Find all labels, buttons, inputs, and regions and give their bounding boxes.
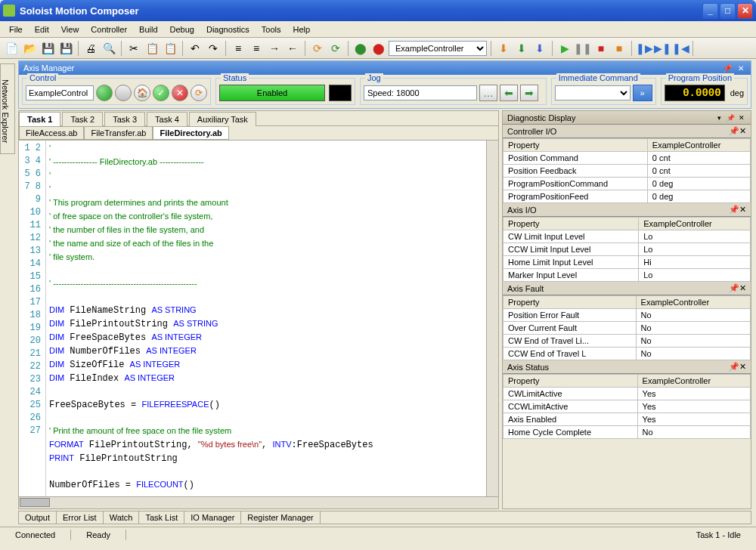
task-tab[interactable]: Task 4	[147, 112, 187, 126]
step-into-icon[interactable]: ❚▶	[636, 40, 652, 57]
diag-section-header[interactable]: Axis Status📌✕	[503, 360, 751, 374]
cut-icon[interactable]: ✂	[125, 40, 142, 57]
menu-tools[interactable]: Tools	[256, 23, 287, 36]
task-tab[interactable]: Task 3	[104, 112, 145, 126]
table-row[interactable]: Position Feedback0 cnt	[503, 165, 751, 178]
control-combo[interactable]	[26, 85, 94, 100]
bottom-tab[interactable]: Error List	[57, 511, 104, 524]
save-icon[interactable]: 💾	[39, 40, 56, 57]
close-icon[interactable]: ✕	[739, 205, 746, 215]
close-icon[interactable]: ✕	[737, 113, 746, 122]
bottom-tab[interactable]: Register Manager	[241, 511, 320, 524]
horizontal-scrollbar[interactable]	[19, 496, 498, 508]
table-row[interactable]: CW Limit Input LevelLo	[503, 230, 751, 243]
controller-combo[interactable]: ExampleController	[389, 41, 487, 56]
save-all-icon[interactable]: 💾	[57, 40, 74, 57]
close-icon[interactable]: ✕	[739, 362, 746, 372]
task-tab[interactable]: Auxiliary Task	[189, 112, 256, 126]
download-icon[interactable]: ⬇	[495, 40, 512, 57]
step-over-icon[interactable]: ▶❚	[654, 40, 671, 57]
sync-icon[interactable]: ⟳	[327, 40, 344, 57]
table-row[interactable]: CCW Limit Input LevelLo	[503, 243, 751, 256]
menu-file[interactable]: File	[3, 23, 29, 36]
step-out-icon[interactable]: ❚◀	[672, 40, 689, 57]
menu-debug[interactable]: Debug	[164, 23, 200, 36]
table-row[interactable]: CW End of Travel Li...No	[503, 335, 751, 348]
pin-icon[interactable]: 📌	[729, 205, 739, 215]
open-icon[interactable]: 📂	[21, 40, 38, 57]
jog-right-button[interactable]: ➡	[520, 85, 538, 101]
diag-section-header[interactable]: Axis I/O📌✕	[503, 203, 751, 217]
pin-icon[interactable]: 📌	[722, 63, 733, 73]
menu-build[interactable]: Build	[133, 23, 163, 36]
table-row[interactable]: Home Limit Input LevelHi	[503, 256, 751, 269]
file-tab[interactable]: FileAccess.ab	[19, 126, 84, 140]
disconnect-icon[interactable]: ⬤	[370, 40, 387, 57]
new-icon[interactable]: 📄	[3, 40, 20, 57]
outdent-icon[interactable]: ←	[284, 40, 301, 57]
jog-speed-input[interactable]	[364, 85, 477, 100]
task-tab[interactable]: Task 1	[19, 112, 60, 126]
maximize-button[interactable]: □	[720, 3, 736, 19]
comment-icon[interactable]: ≡	[230, 40, 246, 57]
paste-icon[interactable]: 📋	[162, 40, 178, 57]
preview-icon[interactable]: 🔍	[101, 40, 117, 57]
table-row[interactable]: CCW End of Travel LNo	[503, 348, 751, 360]
table-row[interactable]: Axis EnabledYes	[503, 413, 751, 426]
pin-icon[interactable]: 📌	[729, 362, 739, 372]
table-row[interactable]: ProgramPositionFeed0 deg	[503, 190, 751, 203]
build-icon[interactable]: ⬇	[531, 40, 548, 57]
code-editor[interactable]: 1 2 3 4 5 6 7 8 9 10 11 12 13 14 15 16 1…	[19, 140, 498, 496]
upload-icon[interactable]: ⬇	[513, 40, 530, 57]
jog-left-button[interactable]: ⬅	[500, 85, 518, 101]
redo-icon[interactable]: ↷	[205, 40, 222, 57]
undo-icon[interactable]: ↶	[187, 40, 203, 57]
menu-controller[interactable]: Controller	[85, 23, 133, 36]
bottom-tab[interactable]: Task List	[139, 511, 184, 524]
table-row[interactable]: CWLimitActiveYes	[503, 388, 751, 400]
bottom-tab[interactable]: IO Manager	[184, 511, 241, 524]
table-row[interactable]: Position Error FaultNo	[503, 309, 751, 322]
jog-more-button[interactable]: …	[479, 85, 497, 101]
diag-section-header[interactable]: Controller I/O📌✕	[503, 125, 751, 138]
menu-view[interactable]: View	[55, 23, 85, 36]
table-row[interactable]: Over Current FaultNo	[503, 322, 751, 335]
connect-icon[interactable]: ⬤	[352, 40, 369, 57]
indent-icon[interactable]: →	[266, 40, 283, 57]
table-row[interactable]: Marker Input LevelLo	[503, 269, 751, 282]
uncomment-icon[interactable]: ≡	[248, 40, 265, 57]
menu-edit[interactable]: Edit	[29, 23, 55, 36]
bottom-tab[interactable]: Output	[19, 511, 57, 524]
file-tab[interactable]: FileDirectory.ab	[153, 126, 228, 140]
minimize-button[interactable]: _	[702, 3, 718, 19]
disable-button[interactable]	[115, 85, 132, 101]
close-button[interactable]: ✕	[737, 3, 753, 19]
pin-icon[interactable]: 📌	[729, 126, 739, 136]
dropdown-icon[interactable]: ▾	[714, 113, 723, 122]
menu-help[interactable]: Help	[287, 23, 316, 36]
file-tab[interactable]: FileTransfer.ab	[84, 126, 153, 140]
enable-button[interactable]	[96, 85, 113, 101]
immediate-go-button[interactable]: »	[633, 85, 652, 101]
pin-icon[interactable]: 📌	[726, 113, 735, 122]
stop-icon[interactable]: ■	[593, 40, 609, 57]
play-icon[interactable]: ▶	[556, 40, 573, 57]
pin-icon[interactable]: 📌	[729, 283, 739, 293]
bottom-tab[interactable]: Watch	[104, 511, 140, 524]
pause-icon[interactable]: ❚❚	[575, 40, 591, 57]
code-content[interactable]: ' ' ---------------- FileDirectory.ab --…	[46, 141, 486, 496]
abort-button[interactable]: ✕	[172, 85, 188, 101]
table-row[interactable]: Position Command0 cnt	[503, 152, 751, 165]
diag-section-header[interactable]: Axis Fault📌✕	[503, 282, 751, 295]
table-row[interactable]: Home Cycle CompleteNo	[503, 426, 751, 439]
table-row[interactable]: CCWLimitActiveYes	[503, 400, 751, 413]
print-icon[interactable]: 🖨	[82, 40, 99, 57]
copy-icon[interactable]: 📋	[144, 40, 160, 57]
ok-button[interactable]: ✓	[153, 85, 169, 101]
vertical-scrollbar[interactable]	[486, 141, 498, 496]
network-explorer-tab[interactable]: Network Explorer	[0, 63, 15, 154]
task-tab[interactable]: Task 2	[62, 112, 103, 126]
menu-diagnostics[interactable]: Diagnostics	[200, 23, 256, 36]
close-icon[interactable]: ✕	[739, 283, 746, 293]
reset-button[interactable]: ⟳	[191, 85, 207, 101]
